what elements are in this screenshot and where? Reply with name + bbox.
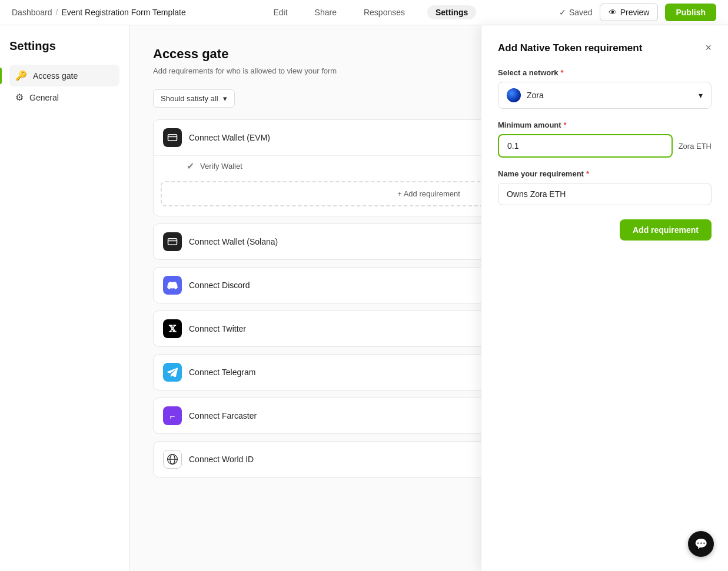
gear-icon: ⚙ <box>15 92 24 103</box>
name-form-group: Name your requirement * <box>498 169 712 205</box>
wallet-solana-icon <box>163 232 182 251</box>
req-label-solana: Connect Wallet (Solana) <box>189 237 278 246</box>
amount-label: Minimum amount * <box>498 121 712 129</box>
req-item-left: Connect Wallet (Solana) <box>163 232 278 251</box>
svg-rect-0 <box>168 135 177 141</box>
req-label-telegram: Connect Telegram <box>189 368 255 377</box>
amount-input[interactable] <box>498 134 673 158</box>
sidebar-title: Settings <box>9 39 119 53</box>
selected-network-label: Zora <box>527 91 544 100</box>
modal-close-button[interactable]: × <box>705 42 712 54</box>
modal-footer: Add requirement <box>498 219 712 241</box>
required-star: * <box>586 169 589 178</box>
nav-share[interactable]: Share <box>310 5 341 19</box>
wallet-evm-icon <box>163 128 182 147</box>
nav-settings[interactable]: Settings <box>427 5 476 19</box>
required-star: * <box>561 68 564 77</box>
sidebar-item-label: General <box>29 93 59 102</box>
top-navigation: Dashboard / Event Registration Form Temp… <box>0 0 728 25</box>
chat-icon: 💬 <box>694 537 707 550</box>
network-select-dropdown[interactable]: Zora ▾ <box>498 82 712 109</box>
sub-label-verify: Verify Wallet <box>200 162 242 171</box>
chevron-down-icon: ▾ <box>699 91 703 100</box>
publish-button[interactable]: Publish <box>665 4 716 21</box>
req-label-twitter: Connect Twitter <box>189 324 246 333</box>
main-layout: Settings 🔑 Access gate ⚙ General Access … <box>0 25 728 571</box>
req-item-left: Connect World ID <box>163 450 254 469</box>
sidebar-item-access-gate[interactable]: 🔑 Access gate <box>9 65 119 86</box>
req-label-worldid: Connect World ID <box>189 455 254 464</box>
required-star: * <box>564 121 567 129</box>
verify-icon: ✔ <box>187 161 194 172</box>
network-select-left: Zora <box>507 88 544 102</box>
chevron-down-icon: ▾ <box>223 94 227 103</box>
nav-items: Edit Share Responses Settings <box>186 5 559 19</box>
sidebar-item-general[interactable]: ⚙ General <box>9 86 119 108</box>
amount-row: Zora ETH <box>498 134 712 158</box>
satisfy-filter-dropdown[interactable]: Should satisfy all ▾ <box>153 89 235 108</box>
farcaster-icon: ⌐ <box>163 406 182 425</box>
add-requirement-modal-button[interactable]: Add requirement <box>620 219 712 241</box>
chat-button[interactable]: 💬 <box>688 531 714 557</box>
req-label-discord: Connect Discord <box>189 281 250 290</box>
req-item-left: Connect Wallet (EVM) <box>163 128 270 147</box>
requirement-name-input[interactable] <box>498 183 712 205</box>
telegram-icon <box>163 363 182 382</box>
sidebar: Settings 🔑 Access gate ⚙ General <box>0 25 129 571</box>
checkmark-icon: ✓ <box>559 8 566 17</box>
preview-button[interactable]: 👁 Preview <box>600 4 659 21</box>
key-icon: 🔑 <box>15 70 27 81</box>
network-label: Select a network * <box>498 68 712 77</box>
req-item-left: 𝕏 Connect Twitter <box>163 319 246 338</box>
breadcrumb-form-name: Event Registration Form Template <box>61 8 185 17</box>
discord-icon <box>163 276 182 295</box>
amount-form-group: Minimum amount * Zora ETH <box>498 121 712 158</box>
preview-label: Preview <box>620 8 650 17</box>
req-item-left: Connect Discord <box>163 276 250 295</box>
topnav-right: ✓ Saved 👁 Preview Publish <box>559 4 716 21</box>
twitter-icon: 𝕏 <box>163 319 182 338</box>
req-label-evm: Connect Wallet (EVM) <box>189 133 270 142</box>
modal-header: Add Native Token requirement × <box>498 42 712 54</box>
req-item-left: ⌐ Connect Farcaster <box>163 406 257 425</box>
breadcrumb-dashboard[interactable]: Dashboard <box>12 8 52 17</box>
filter-label: Should satisfy all <box>161 94 218 103</box>
req-label-farcaster: Connect Farcaster <box>189 411 257 420</box>
zora-network-icon <box>507 88 521 102</box>
nav-responses[interactable]: Responses <box>359 5 410 19</box>
name-label: Name your requirement * <box>498 169 712 178</box>
saved-label-text: Saved <box>569 8 593 17</box>
amount-unit-label: Zora ETH <box>679 142 712 151</box>
breadcrumb-separator: / <box>56 8 58 17</box>
sidebar-item-label: Access gate <box>33 71 78 81</box>
network-form-group: Select a network * Zora ▾ <box>498 68 712 109</box>
svg-rect-1 <box>168 239 177 245</box>
nav-edit[interactable]: Edit <box>268 5 292 19</box>
worldid-icon <box>163 450 182 469</box>
eye-icon: 👁 <box>609 8 617 17</box>
breadcrumb: Dashboard / Event Registration Form Temp… <box>12 8 186 17</box>
native-token-modal: Add Native Token requirement × Select a … <box>481 25 728 571</box>
modal-title: Add Native Token requirement <box>498 42 642 54</box>
active-bar <box>0 68 2 84</box>
req-item-left: Connect Telegram <box>163 363 255 382</box>
saved-status: ✓ Saved <box>559 8 593 17</box>
